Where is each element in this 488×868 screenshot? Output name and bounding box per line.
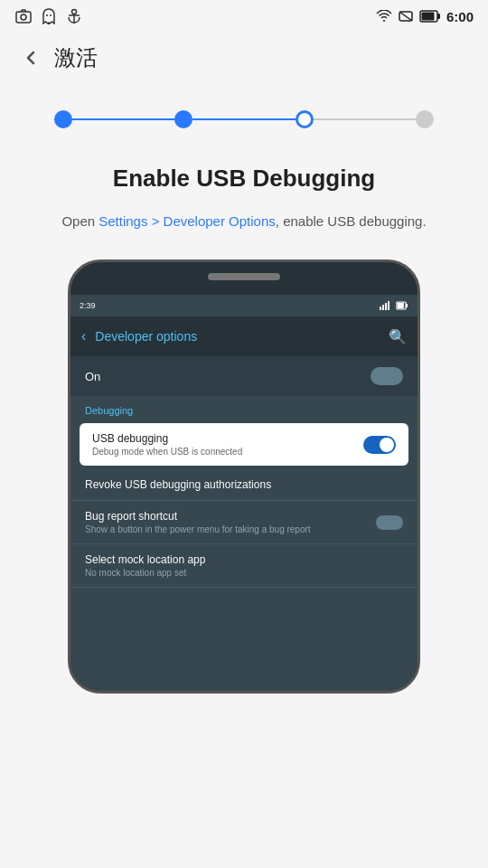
svg-rect-12	[380, 307, 381, 310]
svg-rect-17	[406, 304, 408, 307]
phone-usb-row: USB debugging Debug mode when USB is con…	[80, 423, 408, 466]
svg-rect-14	[385, 303, 387, 310]
phone-top-bar: ‹ Developer options 🔍	[70, 316, 418, 356]
step-line-3	[314, 118, 416, 120]
svg-point-2	[46, 14, 48, 16]
phone-on-toggle[interactable]	[371, 367, 403, 385]
phone-container: 2:39 ‹ De	[0, 259, 488, 693]
phone-back-icon: ‹	[81, 328, 86, 344]
phone-usb-subtitle: Debug mode when USB is connected	[92, 447, 363, 457]
step-line-2	[192, 118, 295, 120]
step-line-1	[72, 118, 174, 120]
instruction-link[interactable]: Settings > Developer Options	[99, 213, 276, 229]
svg-rect-10	[437, 14, 440, 19]
phone-time: 2:39	[80, 301, 96, 310]
main-content: Enable USB Debugging Open Settings > Dev…	[0, 146, 488, 241]
phone-speaker	[208, 273, 280, 280]
page-title: 激活	[54, 43, 98, 72]
phone-debugging-label: Debugging	[70, 396, 418, 420]
top-nav: 激活	[0, 33, 488, 83]
phone-revoke-title: Revoke USB debugging authorizations	[85, 478, 403, 491]
svg-rect-13	[382, 305, 384, 310]
svg-rect-18	[398, 303, 404, 308]
svg-rect-15	[388, 301, 389, 310]
phone-screen: 2:39 ‹ De	[70, 295, 418, 691]
status-bar-icons	[14, 9, 83, 24]
phone-bugreport-title: Bug report shortcut	[85, 510, 376, 523]
step-2-dot	[174, 110, 192, 128]
phone-screen-title: Developer options	[95, 329, 389, 344]
side-handle-right	[418, 335, 420, 407]
anchor-icon	[65, 9, 83, 24]
instruction-prefix: Open	[61, 213, 99, 229]
svg-rect-0	[16, 12, 31, 23]
phone-bugreport-sub: Show a button in the power menu for taki…	[85, 524, 376, 534]
svg-point-3	[50, 14, 52, 16]
phone-usb-text: USB debugging Debug mode when USB is con…	[92, 432, 363, 457]
step-indicators	[0, 92, 488, 146]
svg-point-4	[72, 10, 77, 14]
phone-usb-toggle[interactable]	[363, 436, 396, 454]
svg-rect-11	[421, 13, 434, 21]
phone-usb-title: USB debugging	[92, 432, 363, 445]
instruction-suffix: , enable USB debugging.	[276, 213, 427, 229]
status-bar-right: 6:00	[376, 9, 474, 24]
phone-on-row: On	[70, 356, 418, 396]
phone-bugreport-text: Bug report shortcut Show a button in the…	[85, 510, 376, 534]
phone-mockup: 2:39 ‹ De	[68, 259, 420, 693]
phone-bugreport-row: Bug report shortcut Show a button in the…	[70, 501, 418, 544]
svg-point-1	[21, 14, 26, 20]
svg-line-8	[399, 12, 412, 21]
step-3-dot	[296, 110, 314, 128]
status-bar: 6:00	[0, 0, 488, 33]
phone-on-label: On	[85, 370, 100, 383]
instruction-text: Open Settings > Developer Options, enabl…	[36, 211, 452, 232]
ghost-icon	[40, 9, 58, 24]
phone-bugreport-flex: Bug report shortcut Show a button in the…	[85, 510, 403, 534]
step-1-dot	[54, 110, 72, 128]
main-title: Enable USB Debugging	[36, 165, 452, 193]
phone-status-icons	[380, 301, 408, 310]
phone-mocklocation-sub: No mock location app set	[85, 568, 403, 578]
back-button[interactable]	[14, 42, 47, 74]
phone-search-icon: 🔍	[389, 328, 407, 345]
step-4-dot	[416, 110, 434, 128]
time-display: 6:00	[446, 9, 474, 24]
phone-revoke-row: Revoke USB debugging authorizations	[70, 469, 418, 501]
photo-icon	[14, 9, 33, 24]
phone-mocklocation-title: Select mock location app	[85, 553, 403, 566]
phone-bugreport-toggle[interactable]	[376, 515, 403, 530]
phone-mocklocation-row: Select mock location app No mock locatio…	[70, 544, 418, 588]
phone-status-bar: 2:39	[70, 295, 418, 316]
